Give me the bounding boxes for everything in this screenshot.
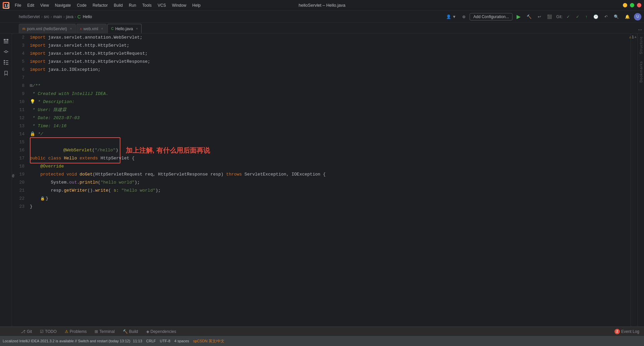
toolbar-terminal[interactable]: ⊞ Terminal — [93, 329, 116, 335]
menu-edit[interactable]: Edit — [24, 2, 37, 8]
editor-area: 2 3 4 5 6 7 8 9 10 11 12 13 14 15 16 17 … — [12, 34, 637, 327]
web-icon: x — [80, 27, 82, 31]
search-button[interactable]: 🔍 — [612, 13, 621, 20]
editor-gutter-right: ⚠ 1 ▲ ▼ — [631, 34, 637, 327]
toolbar-problems-label: Problems — [70, 329, 87, 334]
sidebar-commit-icon[interactable] — [1, 47, 11, 56]
breadcrumb-project[interactable]: helloServlet — [19, 14, 40, 19]
dependencies-icon: ◈ — [146, 329, 149, 334]
toolbar-terminal-label: Terminal — [99, 329, 114, 334]
tab-hello-label: Hello.java — [115, 27, 133, 31]
tab-web-close[interactable]: × — [101, 27, 103, 31]
menu-run[interactable]: Run — [126, 2, 139, 8]
run-button[interactable]: ▶ — [515, 12, 523, 21]
svg-point-6 — [5, 51, 7, 53]
toolbar-problems[interactable]: ⚠ Problems — [63, 329, 89, 335]
stop-button[interactable]: ⬛ — [545, 13, 554, 20]
pom-icon: m — [22, 27, 25, 31]
left-sidebar — [0, 34, 12, 327]
sidebar-project-icon[interactable] — [1, 36, 11, 46]
toolbar-git-label: Git — [27, 329, 32, 334]
svg-text:IJ: IJ — [4, 4, 8, 8]
menu-window[interactable]: Window — [169, 2, 189, 8]
code-line-23: } — [27, 203, 631, 211]
notification-badge: 2 — [614, 329, 620, 334]
toolbar-build[interactable]: 🔨 Build — [121, 329, 140, 335]
menu-help[interactable]: Help — [190, 2, 203, 8]
breadcrumb-java[interactable]: java — [66, 14, 73, 19]
search-everywhere-button[interactable]: ⊕ — [460, 13, 468, 20]
cursor-position[interactable]: 11:13 — [133, 339, 142, 343]
maximize-button[interactable] — [630, 3, 634, 7]
title-bar: IJ File Edit View Navigate Code Refactor… — [0, 0, 644, 11]
tab-pom-close[interactable]: × — [70, 27, 72, 31]
menu-navigate[interactable]: Navigate — [52, 2, 73, 8]
sidebar-structure-icon[interactable] — [1, 58, 11, 67]
encoding[interactable]: UTF-8 — [160, 339, 170, 343]
git-pull-button[interactable]: ↑ — [583, 13, 589, 20]
user-avatar-button[interactable]: U — [634, 13, 641, 20]
git-commit-button[interactable]: ✓ — [565, 13, 572, 20]
warning-count: 1 — [632, 35, 634, 39]
profile-button[interactable]: 👤 ▼ — [444, 13, 458, 20]
svg-rect-11 — [4, 64, 5, 65]
rerun-button[interactable]: ↩ — [536, 13, 543, 20]
menu-refactor[interactable]: Refactor — [90, 2, 110, 8]
menu-vcs[interactable]: VCS — [155, 2, 169, 8]
structure-label[interactable]: Structure — [639, 36, 643, 54]
event-log-button[interactable]: 2 Event Log — [612, 328, 641, 335]
tabs-overflow-button[interactable]: ⋯ — [636, 27, 644, 33]
breadcrumb-sep-4: › — [75, 14, 76, 19]
sidebar-bookmark-icon[interactable] — [1, 68, 11, 78]
indent-label[interactable]: 4 spaces — [174, 339, 189, 343]
git-rollback-button[interactable]: ↶ — [602, 13, 610, 20]
code-line-2: import javax.servlet.annotation.WebServl… — [27, 34, 631, 42]
toolbar-dependencies[interactable]: ◈ Dependencies — [144, 329, 178, 335]
tab-pom-xml[interactable]: m pom.xml (helloServlet) × — [19, 24, 76, 33]
add-configuration-button[interactable]: Add Configuration... — [470, 13, 513, 20]
git-icon: ⎇ — [21, 329, 25, 334]
warning-icon: ⚠ — [629, 35, 631, 39]
profile-icon: 👤 — [446, 14, 451, 19]
tab-hello-java[interactable]: C Hello.java × — [107, 24, 142, 33]
tab-web-xml[interactable]: x web.xml × — [76, 24, 107, 33]
hello-icon: C — [111, 27, 113, 31]
svg-rect-14 — [6, 64, 8, 65]
tab-hello-close[interactable]: × — [136, 27, 138, 31]
menu-view[interactable]: View — [38, 2, 52, 8]
menu-file[interactable]: File — [12, 2, 24, 8]
code-line-9: * Created with IntelliJ IDEA. — [27, 90, 631, 98]
code-line-12: * Date: 2023-07-03 — [27, 114, 631, 122]
notifications-button[interactable]: 🔔 — [623, 13, 632, 20]
nav-bar: helloServlet › src › main › java › C Hel… — [0, 11, 644, 23]
breadcrumb-sep-2: › — [51, 14, 52, 19]
git-history-button[interactable]: 🕐 — [591, 13, 600, 20]
git-push-button[interactable]: ✓ — [574, 13, 581, 20]
breadcrumb-main[interactable]: main — [53, 14, 62, 19]
minimize-button[interactable] — [623, 3, 627, 7]
status-right: 11:13 CRLF UTF-8 4 spaces spCSDN 英文/中文 — [133, 339, 224, 344]
svg-rect-2 — [4, 39, 6, 41]
line-numbers: 2 3 4 5 6 7 8 9 10 11 12 13 14 15 16 17 … — [12, 34, 27, 327]
menu-bar: File Edit View Navigate Code Refactor Bu… — [12, 2, 203, 8]
line-ending[interactable]: CRLF — [146, 339, 156, 343]
code-line-13: * Time: 14:16 — [27, 122, 631, 130]
warning-indicator: ⚠ 1 ▲ ▼ — [629, 35, 637, 39]
bookmarks-label[interactable]: Bookmarks — [639, 61, 643, 83]
toolbar-git[interactable]: ⎇ Git — [19, 329, 34, 335]
bottom-toolbar: ⎇ Git ☑ TODO ⚠ Problems ⊞ Terminal 🔨 Bui… — [0, 327, 644, 336]
menu-tools[interactable]: Tools — [140, 2, 154, 8]
build-button[interactable]: 🔨 — [525, 13, 534, 20]
menu-build[interactable]: Build — [111, 2, 125, 8]
menu-code[interactable]: Code — [74, 2, 89, 8]
scroll-up-icon[interactable]: ▲ — [635, 35, 637, 39]
toolbar-todo[interactable]: ☑ TODO — [38, 329, 58, 335]
target-icon: ⊕ — [462, 14, 466, 19]
code-content[interactable]: import javax.servlet.annotation.WebServl… — [27, 34, 631, 327]
code-line-20: System.out.println("hello world"); — [27, 179, 631, 187]
breadcrumb-src[interactable]: src — [44, 14, 49, 19]
class-icon: C — [77, 14, 81, 19]
svg-rect-13 — [6, 62, 8, 63]
code-line-8: ⊟/** — [27, 82, 631, 90]
close-button[interactable] — [637, 3, 641, 7]
